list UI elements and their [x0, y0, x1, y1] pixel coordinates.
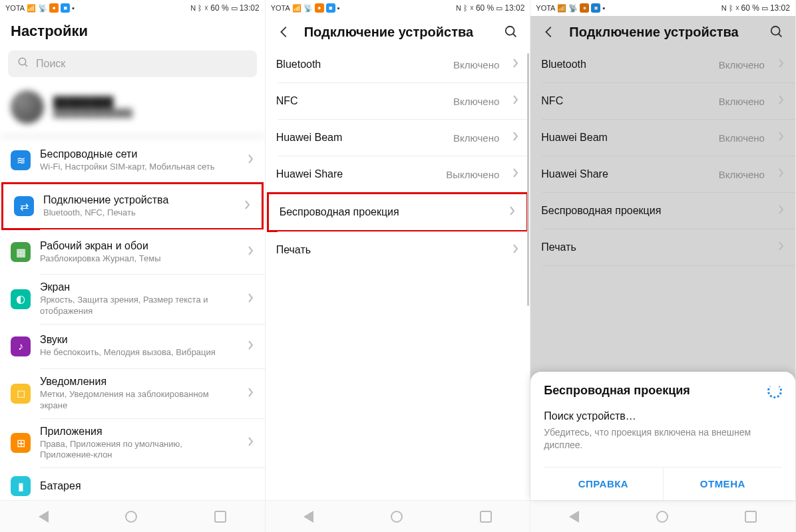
item-bluetooth[interactable]: Bluetooth Включено [530, 47, 795, 82]
item-bluetooth[interactable]: Bluetooth Включено [266, 47, 530, 82]
nav-home-button[interactable] [391, 511, 403, 523]
display-icon: ◐ [11, 289, 31, 309]
nav-recent-button[interactable] [214, 511, 226, 523]
profile-name: ████████ [53, 96, 254, 108]
wifi-icon: ≋ [11, 150, 31, 170]
item-huawei-beam[interactable]: Huawei Beam Включено [530, 120, 795, 156]
wireless-projection-sheet: Беспроводная проекция Поиск устройств… У… [530, 372, 795, 500]
header: Подключение устройства [266, 16, 530, 47]
settings-item-battery[interactable]: ▮ Батарея [0, 468, 265, 500]
status-bar: YOTA 📶 📡 ● ■ ▪ N ᛒ ☓ 60 % ▭ 13:02 [266, 0, 530, 16]
cancel-button[interactable]: ОТМЕНА [663, 467, 782, 500]
page-title: Подключение устройства [569, 25, 757, 40]
settings-item-home-wallpaper[interactable]: ▦ Рабочий экран и обои Разблокировка Жур… [0, 230, 265, 274]
svg-point-2 [506, 27, 514, 35]
chevron-right-icon [248, 154, 254, 167]
settings-item-display[interactable]: ◐ Экран Яркость, Защита зрения, Размер т… [0, 275, 265, 324]
chevron-right-icon [512, 94, 519, 108]
wifi-icon: 📡 [568, 4, 578, 13]
profile-row[interactable]: ████████ ██████████████ [0, 84, 265, 138]
help-button[interactable]: СПРАВКА [544, 467, 662, 500]
search-placeholder: Поиск [36, 58, 65, 70]
item-print[interactable]: Печать [266, 232, 530, 268]
chevron-right-icon [778, 204, 785, 217]
carrier-label: YOTA [271, 4, 290, 12]
signal-icon: 📶 [292, 4, 301, 13]
svg-point-4 [771, 27, 780, 35]
item-huawei-share[interactable]: Huawei Share Включено [530, 156, 795, 192]
avatar [11, 90, 44, 124]
nav-recent-button[interactable] [745, 511, 757, 523]
battery-percent: 60 % [210, 3, 228, 13]
svg-line-5 [779, 34, 782, 37]
item-print[interactable]: Печать [530, 229, 795, 265]
battery-icon: ▭ [761, 4, 768, 13]
item-wireless-projection[interactable]: Беспроводная проекция [530, 193, 795, 229]
chevron-right-icon [778, 58, 785, 71]
device-connection-icon: ⇄ [14, 196, 34, 216]
back-button[interactable] [541, 24, 557, 40]
chevron-right-icon [248, 340, 254, 353]
battery-icon: ▭ [231, 4, 238, 13]
clock: 13:02 [770, 3, 790, 13]
chevron-right-icon [512, 243, 519, 257]
settings-item-wireless[interactable]: ≋ Беспроводные сети Wi-Fi, Настройки SIM… [0, 138, 265, 182]
settings-item-notifications[interactable]: ◻ Уведомления Метки, Уведомления на забл… [0, 369, 265, 418]
mute-icon: ☓ [470, 4, 474, 13]
chevron-right-icon [778, 168, 785, 181]
page-title: Настройки [0, 16, 265, 48]
nav-back-button[interactable] [303, 511, 313, 523]
chevron-right-icon [512, 131, 519, 144]
mute-icon: ☓ [735, 4, 739, 13]
highlight-frame: ⇄ Подключение устройства Bluetooth, NFC,… [1, 182, 264, 230]
back-button[interactable] [276, 24, 292, 40]
item-nfc[interactable]: NFC Включено [266, 83, 530, 119]
search-input[interactable]: Поиск [8, 51, 257, 77]
nav-back-button[interactable] [39, 511, 49, 523]
item-nfc[interactable]: NFC Включено [530, 83, 795, 119]
app-badge-icon: ● [315, 3, 324, 13]
highlight-frame: Беспроводная проекция [267, 192, 529, 232]
screen-settings-root: YOTA 📶 📡 ● ■ ▪ N ᛒ ☓ 60 % ▭ 13:02 Настро… [0, 0, 266, 532]
wallpaper-icon: ▦ [11, 242, 31, 262]
svg-line-1 [25, 64, 27, 66]
bell-icon: ◻ [11, 384, 31, 404]
search-button[interactable] [769, 24, 785, 40]
status-bar: YOTA 📶 📡 ● ■ ▪ N ᛒ ☓ 60 % ▭ 13:02 [0, 0, 265, 16]
settings-item-device-connection[interactable]: ⇄ Подключение устройства Bluetooth, NFC,… [3, 184, 262, 228]
wifi-icon: 📡 [38, 4, 47, 13]
battery-icon: ▮ [11, 476, 31, 496]
app-badge-icon: ■ [591, 3, 600, 13]
page-title: Подключение устройства [304, 25, 492, 40]
item-wireless-projection[interactable]: Беспроводная проекция [269, 194, 527, 230]
mute-icon: ☓ [204, 4, 208, 13]
status-bar: YOTA 📶 📡 ● ■ ▪ N ᛒ ☓ 60 % ▭ 13:02 [530, 0, 795, 16]
bluetooth-icon: ᛒ [463, 4, 468, 12]
connection-list: Bluetooth Включено NFC Включено Huawei B… [266, 47, 530, 500]
android-nav-bar [530, 500, 795, 532]
bluetooth-icon: ᛒ [198, 4, 202, 12]
svg-point-0 [19, 58, 26, 65]
nav-home-button[interactable] [656, 511, 668, 523]
nfc-icon: N [456, 4, 461, 12]
app-badge-icon: ● [580, 3, 589, 13]
chevron-right-icon [512, 58, 519, 71]
item-huawei-beam[interactable]: Huawei Beam Включено [266, 120, 530, 156]
settings-item-sounds[interactable]: ♪ Звуки Не беспокоить, Мелодия вызова, В… [0, 325, 265, 368]
settings-item-apps[interactable]: ⊞ Приложения Права, Приложения по умолча… [0, 419, 265, 468]
nav-back-button[interactable] [569, 511, 579, 523]
signal-icon: 📶 [27, 4, 36, 13]
chevron-right-icon [244, 200, 251, 213]
screen-wireless-projection-dialog: YOTA 📶 📡 ● ■ ▪ N ᛒ ☓ 60 % ▭ 13:02 Подклю… [530, 0, 796, 532]
chevron-right-icon [248, 387, 254, 400]
chevron-right-icon [512, 168, 519, 181]
chevron-right-icon [778, 131, 785, 144]
clock: 13:02 [240, 3, 260, 13]
camera-icon: ▪ [72, 4, 75, 12]
item-huawei-share[interactable]: Huawei Share Выключено [266, 156, 530, 192]
header: Подключение устройства [530, 16, 795, 47]
chevron-right-icon [778, 241, 785, 254]
nav-home-button[interactable] [125, 511, 137, 523]
nav-recent-button[interactable] [480, 511, 492, 523]
search-button[interactable] [503, 24, 519, 40]
